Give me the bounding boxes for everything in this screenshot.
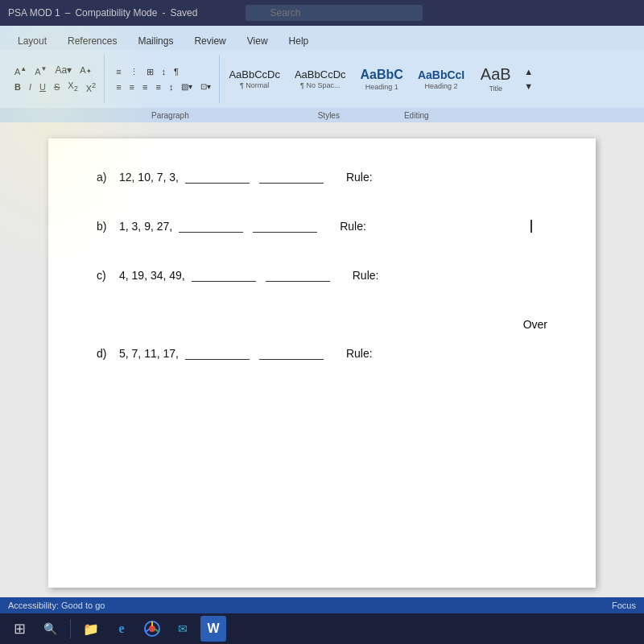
style-heading2-preview: AaBbCcI xyxy=(418,68,464,81)
question-b: b) 1, 3, 9, 27, Rule: xyxy=(97,220,547,233)
subscript-button[interactable]: X2 xyxy=(64,79,80,94)
style-title-label: Title xyxy=(489,85,502,93)
tab-review[interactable]: Review xyxy=(184,32,235,50)
windows-start-icon[interactable]: ⊞ xyxy=(6,616,32,642)
align-right-button[interactable]: ≡ xyxy=(139,80,151,93)
style-title-preview: AaB xyxy=(481,65,511,84)
underline-button[interactable]: U xyxy=(36,80,49,93)
style-heading1[interactable]: AaBbC Heading 1 xyxy=(355,65,409,93)
taskbar-search-icon[interactable]: 🔍 xyxy=(37,616,63,642)
style-heading1-label: Heading 1 xyxy=(365,83,398,91)
font-aa-button[interactable]: Aa▾ xyxy=(52,63,76,77)
sort-button[interactable]: ↕ xyxy=(159,65,170,79)
tab-layout[interactable]: Layout xyxy=(8,32,56,50)
question-d-sequence: 5, 7, 11, 17, xyxy=(119,347,179,360)
style-no-spacing[interactable]: AaBbCcDc ¶ No Spac... xyxy=(289,66,352,92)
question-a: a) 12, 10, 7, 3, Rule: xyxy=(97,171,547,184)
border-button[interactable]: ⊡▾ xyxy=(197,80,214,93)
font-row-2: B I U S X2 X2 xyxy=(11,79,99,94)
title-search-input[interactable] xyxy=(246,5,423,21)
shading-button[interactable]: ▨▾ xyxy=(178,80,196,93)
editing-group-label: Editing xyxy=(404,111,429,120)
taskbar-word-icon[interactable]: W xyxy=(200,616,226,642)
question-b-label: b) xyxy=(97,220,113,233)
styles-group-label: Styles xyxy=(318,111,340,120)
question-a-blank2 xyxy=(259,171,324,184)
taskbar-edge-icon[interactable]: e xyxy=(109,616,134,642)
question-c-sequence: 4, 19, 34, 49, xyxy=(119,269,185,282)
question-d-label: d) xyxy=(97,347,113,360)
question-c-blank2 xyxy=(266,269,330,282)
question-d-body: 5, 7, 11, 17, Rule: xyxy=(119,347,547,360)
document-area: a) 12, 10, 7, 3, Rule: b) 1, 3, 9, 27, R… xyxy=(0,122,644,604)
title-bar-text: PSA MOD 1 – Compatibility Mode - Saved xyxy=(8,7,197,19)
title-bar: PSA MOD 1 – Compatibility Mode - Saved xyxy=(0,0,644,26)
font-shrink-button[interactable]: A▼ xyxy=(31,64,50,78)
style-heading2-label: Heading 2 xyxy=(425,82,458,90)
question-d-blank2 xyxy=(259,347,324,360)
focus-status: Focus xyxy=(612,601,636,610)
question-c: c) 4, 19, 34, 49, Rule: xyxy=(97,269,547,282)
align-center-button[interactable]: ≡ xyxy=(126,80,138,93)
question-c-blank1 xyxy=(192,269,256,282)
tab-mailings[interactable]: Mailings xyxy=(128,32,183,50)
styles-group: AaBbCcDc ¶ Normal AaBbCcDc ¶ No Spac... … xyxy=(223,63,638,95)
question-a-label: a) xyxy=(97,171,113,184)
taskbar-explorer-icon[interactable]: 📁 xyxy=(78,616,104,642)
bold-button[interactable]: B xyxy=(11,80,24,93)
style-normal[interactable]: AaBbCcDc ¶ Normal xyxy=(223,66,286,92)
font-size-buttons: A▲ A▼ Aa▾ A✦ B I U S X2 X2 xyxy=(11,63,99,94)
tab-help[interactable]: Help xyxy=(279,32,319,50)
style-heading2[interactable]: AaBbCcI Heading 2 xyxy=(412,66,470,93)
taskbar-mail-icon[interactable]: ✉ xyxy=(170,616,196,642)
font-row-1: A▲ A▼ Aa▾ A✦ xyxy=(11,63,99,77)
strikethrough-button[interactable]: S xyxy=(51,80,63,93)
superscript-button[interactable]: X2 xyxy=(83,80,99,95)
multilevel-button[interactable]: ⊞ xyxy=(143,65,157,79)
svg-point-1 xyxy=(149,625,155,632)
font-grow-button[interactable]: A▲ xyxy=(11,64,30,78)
paragraph-group: ≡ ⋮ ⊞ ↕ ¶ ≡ ≡ ≡ ≡ ↕ ▨▾ ⊡▾ xyxy=(108,55,220,103)
question-b-sequence: 1, 3, 9, 27, xyxy=(119,220,172,233)
over-text: Over xyxy=(97,318,547,331)
question-a-body: 12, 10, 7, 3, Rule: xyxy=(119,171,547,184)
question-b-body: 1, 3, 9, 27, Rule: xyxy=(119,220,547,233)
font-clear-button[interactable]: A✦ xyxy=(76,64,94,76)
ribbon-content: A▲ A▼ Aa▾ A✦ B I U S X2 X2 ≡ ⋮ ⊞ ↕ ¶ xyxy=(0,50,644,108)
question-b-blank2 xyxy=(253,220,317,233)
paragraph-mark-button[interactable]: ¶ xyxy=(171,65,182,79)
style-normal-preview: AaBbCcDc xyxy=(229,68,280,80)
italic-button[interactable]: I xyxy=(26,80,35,93)
font-group: A▲ A▼ Aa▾ A✦ B I U S X2 X2 xyxy=(6,55,105,103)
ribbon-tabs: Layout References Mailings Review View H… xyxy=(0,26,644,50)
style-no-spacing-preview: AaBbCcDc xyxy=(295,68,346,80)
text-cursor xyxy=(530,220,532,233)
bullets-button[interactable]: ≡ xyxy=(113,65,124,79)
tab-view[interactable]: View xyxy=(237,32,278,50)
question-b-rule: Rule: xyxy=(340,220,366,233)
line-spacing-button[interactable]: ↕ xyxy=(166,80,177,93)
style-heading1-preview: AaBbC xyxy=(361,68,403,82)
accessibility-status: Accessibility: Good to go xyxy=(8,601,105,610)
justify-button[interactable]: ≡ xyxy=(152,80,163,93)
question-c-body: 4, 19, 34, 49, Rule: xyxy=(119,269,547,282)
style-normal-label: ¶ Normal xyxy=(240,81,269,89)
question-a-rule: Rule: xyxy=(346,171,373,184)
question-a-blank1 xyxy=(185,171,250,184)
ribbon-bottom: Paragraph Styles Editing xyxy=(0,108,644,122)
paragraph-group-label: Paragraph xyxy=(151,111,189,120)
doc-title: PSA MOD 1 xyxy=(8,7,60,19)
styles-scroll-down[interactable]: ▼ xyxy=(521,80,536,93)
question-d: d) 5, 7, 11, 17, Rule: xyxy=(97,347,547,360)
numbering-button[interactable]: ⋮ xyxy=(126,65,142,79)
question-b-blank1 xyxy=(179,220,243,233)
style-title[interactable]: AaB Title xyxy=(473,63,518,95)
styles-scroll-up[interactable]: ▲ xyxy=(521,65,536,78)
taskbar-separator xyxy=(70,619,71,638)
title-separator: – xyxy=(65,7,71,19)
align-left-button[interactable]: ≡ xyxy=(113,80,124,93)
taskbar-chrome-icon[interactable] xyxy=(139,616,165,642)
tab-references[interactable]: References xyxy=(58,32,126,50)
question-d-rule: Rule: xyxy=(346,347,373,360)
document-page[interactable]: a) 12, 10, 7, 3, Rule: b) 1, 3, 9, 27, R… xyxy=(48,138,596,588)
